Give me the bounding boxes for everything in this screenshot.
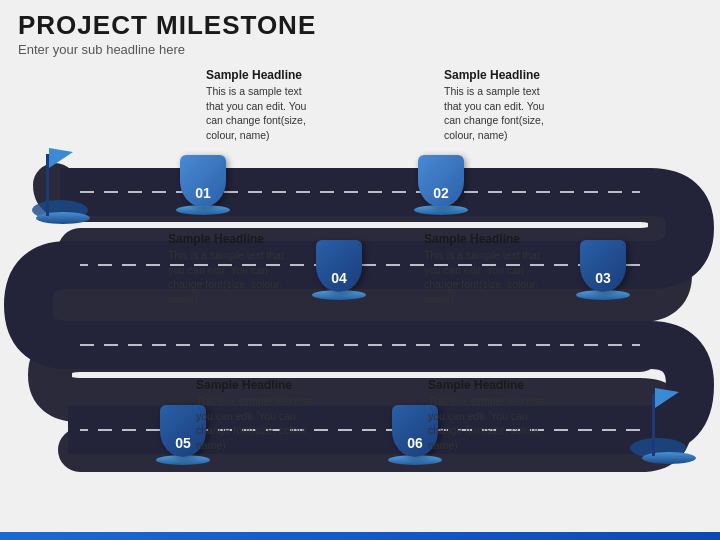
slide: PROJECT MILESTONE Enter your sub headlin… (0, 0, 720, 540)
text-block-01: Sample Headline This is a sample text th… (206, 68, 321, 143)
marker-body-02: 02 (418, 155, 464, 207)
body-02: This is a sample text that you can edit.… (444, 84, 559, 143)
text-block-02: Sample Headline This is a sample text th… (444, 68, 559, 143)
headline-05: Sample Headline (196, 378, 314, 392)
milestone-02: 02 (414, 155, 468, 215)
marker-num-02: 02 (433, 185, 449, 201)
text-block-03: Sample Headline This is a sample text th… (424, 232, 542, 307)
headline-02: Sample Headline (444, 68, 559, 82)
end-flag (642, 388, 696, 464)
body-04: This is a sample text that you can edit.… (168, 248, 286, 307)
main-title: PROJECT MILESTONE (18, 10, 316, 41)
body-03: This is a sample text that you can edit.… (424, 248, 542, 307)
start-flag (36, 148, 90, 224)
sub-title: Enter your sub headline here (18, 42, 316, 57)
header: PROJECT MILESTONE Enter your sub headlin… (18, 10, 316, 57)
text-block-06: Sample Headline This is a sample text th… (428, 378, 546, 453)
marker-num-06: 06 (407, 435, 423, 451)
milestone-03: 03 (576, 240, 630, 300)
headline-01: Sample Headline (206, 68, 321, 82)
body-05: This is a sample text that you can edit.… (196, 394, 314, 453)
bottom-bar (0, 532, 720, 540)
milestone-04: 04 (312, 240, 366, 300)
body-01: This is a sample text that you can edit.… (206, 84, 321, 143)
marker-num-03: 03 (595, 270, 611, 286)
marker-body-03: 03 (580, 240, 626, 292)
text-block-04: Sample Headline This is a sample text th… (168, 232, 286, 307)
marker-body-01: 01 (180, 155, 226, 207)
body-06: This is a sample text that you can edit.… (428, 394, 546, 453)
headline-06: Sample Headline (428, 378, 546, 392)
marker-num-01: 01 (195, 185, 211, 201)
milestone-01: 01 (176, 155, 230, 215)
marker-num-04: 04 (331, 270, 347, 286)
headline-04: Sample Headline (168, 232, 286, 246)
text-block-05: Sample Headline This is a sample text th… (196, 378, 314, 453)
marker-body-04: 04 (316, 240, 362, 292)
headline-03: Sample Headline (424, 232, 542, 246)
marker-num-05: 05 (175, 435, 191, 451)
